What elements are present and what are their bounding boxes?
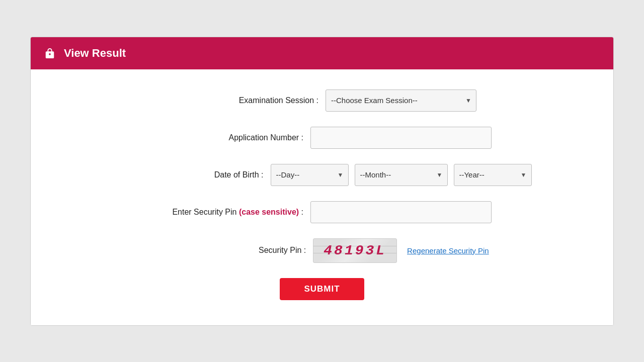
month-wrapper: --Month-- <box>355 164 448 186</box>
exam-session-label: Examination Session : <box>168 96 318 105</box>
month-select[interactable]: --Month-- <box>355 164 448 186</box>
year-wrapper: --Year-- <box>454 164 532 186</box>
security-pin-row: 48193L Regenerate Security Pin <box>313 238 489 263</box>
exam-session-wrapper: --Choose Exam Session-- <box>326 89 476 112</box>
application-number-label: Application Number : <box>152 133 303 142</box>
exam-session-select[interactable]: --Choose Exam Session-- <box>326 89 476 112</box>
year-select[interactable]: --Year-- <box>454 164 532 186</box>
dob-label: Date of Birth : <box>113 170 264 179</box>
application-number-row: Application Number : <box>51 127 593 149</box>
day-wrapper: --Day-- <box>271 164 349 186</box>
day-select[interactable]: --Day-- <box>271 164 349 186</box>
captcha-label: Security Pin : <box>155 246 306 255</box>
exam-session-row: Examination Session : --Choose Exam Sess… <box>51 89 593 112</box>
card-body: Examination Session : --Choose Exam Sess… <box>31 69 613 325</box>
dob-group: --Day-- --Month-- --Year-- <box>271 164 532 186</box>
submit-row: SUBMIT <box>51 278 593 300</box>
page-title: View Result <box>64 47 126 60</box>
security-pin-input-row: Enter Security Pin (case sensitive) : <box>51 201 593 223</box>
application-number-input[interactable] <box>310 127 492 149</box>
dob-row: Date of Birth : --Day-- --Month-- --Year… <box>51 164 593 186</box>
security-pin-input-label: Enter Security Pin (case sensitive) : <box>152 208 303 217</box>
main-card: View Result Examination Session : --Choo… <box>30 37 614 326</box>
card-header: View Result <box>31 37 613 69</box>
submit-button[interactable]: SUBMIT <box>280 278 364 300</box>
security-pin-input[interactable] <box>310 201 492 223</box>
regenerate-link[interactable]: Regenerate Security Pin <box>407 246 489 255</box>
captcha-row: Security Pin : 48193L Regenerate Securit… <box>51 238 593 263</box>
lock-icon <box>43 46 57 60</box>
captcha-image: 48193L <box>313 238 397 263</box>
